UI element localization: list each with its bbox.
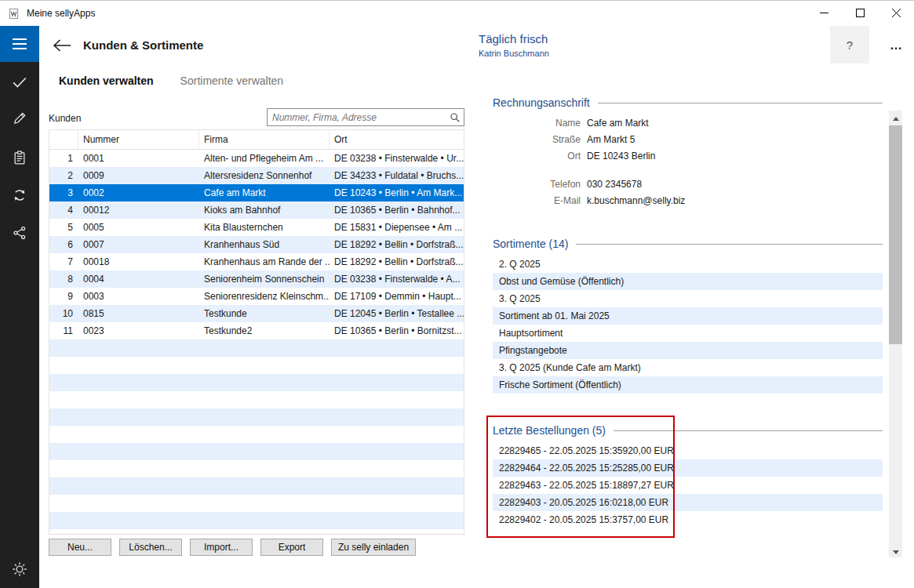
sync-icon: [11, 187, 28, 206]
customer-row[interactable]: 9 0003 Seniorenresidenz Kleinschm... DE …: [49, 288, 464, 305]
order-amount: 57,00 EUR: [622, 514, 668, 525]
customer-address: DE 15831 • Diepensee • Am ...: [330, 222, 464, 233]
scrollbar-up-button[interactable]: [889, 111, 902, 124]
assortment-item[interactable]: Obst und Gemüse (Öffentlich): [493, 273, 883, 290]
field-value: k.buschmann@selly.biz: [587, 195, 685, 206]
row-index: 3: [49, 187, 78, 198]
nav-share-button[interactable]: [0, 219, 39, 249]
order-row[interactable]: 22829465 - 22.05.2025 15:35 920,00 EUR: [493, 442, 883, 459]
field-value: 030 2345678: [587, 179, 642, 190]
customer-number: 0023: [78, 325, 199, 336]
customer-company: Alten- und Pflegeheim Am ...: [199, 153, 330, 164]
address-row: Telefon 030 2345678: [493, 176, 883, 192]
more-button[interactable]: …: [883, 34, 909, 57]
customer-row[interactable]: 2 0009 Altersresidenz Sonnenhof DE 34233…: [49, 167, 464, 184]
action-button[interactable]: Neu...: [49, 539, 111, 556]
nav-tasks-button[interactable]: [0, 68, 39, 98]
address-section-heading: Rechnungsanschrift: [493, 96, 883, 109]
assortment-item[interactable]: Frische Sortiment (Öffentlich): [493, 376, 883, 394]
customer-row[interactable]: 10 0815 Testkunde DE 12045 • Berlin • Te…: [49, 305, 464, 322]
row-index: 1: [49, 153, 78, 164]
scrollbar-thumb[interactable]: [889, 125, 902, 344]
scrollbar-down-button[interactable]: [889, 544, 902, 557]
assortment-item[interactable]: 2. Q 2025: [493, 256, 883, 273]
vertical-scrollbar[interactable]: [889, 111, 902, 557]
minimize-button[interactable]: [806, 1, 842, 26]
address-row: Straße Am Markt 5: [493, 131, 883, 147]
action-button[interactable]: Zu selly einladen: [331, 539, 416, 556]
assortment-item[interactable]: 3. Q 2025 (Kunde Cafe am Markt): [493, 359, 883, 376]
tab[interactable]: Kunden verwalten: [59, 74, 154, 87]
customer-row[interactable]: 3 0002 Cafe am Markt DE 10243 • Berlin •…: [49, 184, 464, 201]
network-share-icon: [12, 225, 27, 243]
row-index: 11: [49, 325, 78, 336]
order-row[interactable]: 22829402 - 20.05.2025 15:37 57,00 EUR: [493, 511, 883, 528]
field-value: DE 10243 Berlin: [587, 151, 655, 162]
pen-icon: [12, 111, 27, 129]
customer-row[interactable]: 6 0007 Kranhenhaus Süd DE 18292 • Bellin…: [49, 236, 464, 253]
order-row[interactable]: 22829463 - 22.05.2025 15:18 897,27 EUR: [493, 477, 883, 494]
row-index: 4: [49, 205, 78, 216]
column-header-index[interactable]: [49, 130, 78, 149]
main-content: Kunden & Sortimente Täglich frisch Katri…: [39, 26, 914, 588]
customer-address: DE 10365 • Berlin • Bahnhof...: [330, 205, 464, 216]
customer-row[interactable]: 11 0023 Testkunde2 DE 10365 • Berlin • B…: [49, 322, 464, 339]
help-button[interactable]: ?: [830, 26, 869, 64]
assortment-item[interactable]: Sortiment ab 01. Mai 2025: [493, 307, 883, 325]
check-icon: [11, 74, 28, 93]
customer-row[interactable]: 4 00012 Kioks am Bahnhof DE 10365 • Berl…: [49, 201, 464, 219]
scroll-down-icon: [893, 546, 899, 557]
hamburger-menu-button[interactable]: [0, 26, 39, 62]
customer-address: DE 10365 • Berlin • Bornitzst...: [330, 325, 464, 336]
search-icon[interactable]: [446, 112, 464, 123]
nav-customers-button[interactable]: [0, 104, 39, 134]
column-header-nummer[interactable]: Nummer: [78, 130, 199, 149]
action-button[interactable]: Import...: [190, 539, 253, 556]
order-id-date: 22829464 - 22.05.2025 15:25: [499, 463, 622, 474]
table-header: Nummer Firma Ort: [49, 130, 464, 150]
customer-address: DE 18292 • Bellin • Dorfstraß...: [330, 239, 464, 250]
order-amount: 285,00 EUR: [622, 463, 673, 474]
action-button[interactable]: Löschen...: [119, 539, 182, 556]
app-icon: [8, 7, 20, 20]
search-input[interactable]: [268, 112, 446, 123]
nav-sync-button[interactable]: [0, 181, 39, 211]
action-buttons: Neu... Löschen... Import... Export Zu se…: [49, 539, 416, 556]
window-title: Meine sellyApps: [27, 8, 95, 19]
settings-button[interactable]: [0, 555, 39, 585]
assortment-item[interactable]: 3. Q 2025: [493, 290, 883, 307]
customer-row[interactable]: 5 0005 Kita Blausternchen DE 15831 • Die…: [49, 219, 464, 236]
row-index: 5: [49, 222, 78, 233]
customer-row[interactable]: 7 00018 Kranhenhaus am Rande der ... DE …: [49, 253, 464, 270]
nav-orders-button[interactable]: [0, 143, 39, 173]
assortment-item[interactable]: Hauptsortiment: [493, 325, 883, 342]
customer-number: 00012: [78, 205, 199, 216]
order-row[interactable]: 22829403 - 20.05.2025 16:02 18,00 EUR: [493, 494, 883, 511]
assortments-section-heading: Sortimente (14): [493, 238, 883, 250]
customer-search: [267, 108, 464, 126]
back-button[interactable]: [49, 34, 75, 58]
field-label: Name: [493, 118, 587, 129]
customer-row[interactable]: 8 0004 Seniorenheim Sonnenschein DE 0323…: [49, 270, 464, 288]
close-button[interactable]: [878, 1, 914, 26]
customer-number: 0001: [78, 153, 199, 164]
order-amount: 897,27 EUR: [622, 480, 673, 491]
customer-number: 0002: [78, 187, 199, 198]
column-header-ort[interactable]: Ort: [330, 130, 464, 149]
action-button[interactable]: Export: [260, 539, 323, 556]
maximize-button[interactable]: [842, 1, 878, 26]
assortment-item[interactable]: Pfingstangebote: [493, 342, 883, 359]
page-title: Kunden & Sortimente: [83, 38, 203, 52]
maximize-icon: [856, 8, 865, 20]
row-index: 8: [49, 274, 78, 285]
customer-company: Kranhenhaus am Rande der ...: [199, 256, 330, 267]
customer-number: 0009: [78, 170, 199, 181]
row-index: 9: [49, 291, 78, 302]
address-row: Ort DE 10243 Berlin: [493, 147, 883, 164]
customer-company: Kita Blausternchen: [199, 222, 330, 233]
tab[interactable]: Sortimente verwalten: [180, 74, 284, 87]
account-user: Katrin Buschmann: [479, 49, 549, 58]
customer-row[interactable]: 1 0001 Alten- und Pflegeheim Am ... DE 0…: [49, 150, 464, 167]
column-header-firma[interactable]: Firma: [199, 130, 330, 149]
order-row[interactable]: 22829464 - 22.05.2025 15:25 285,00 EUR: [493, 459, 883, 477]
